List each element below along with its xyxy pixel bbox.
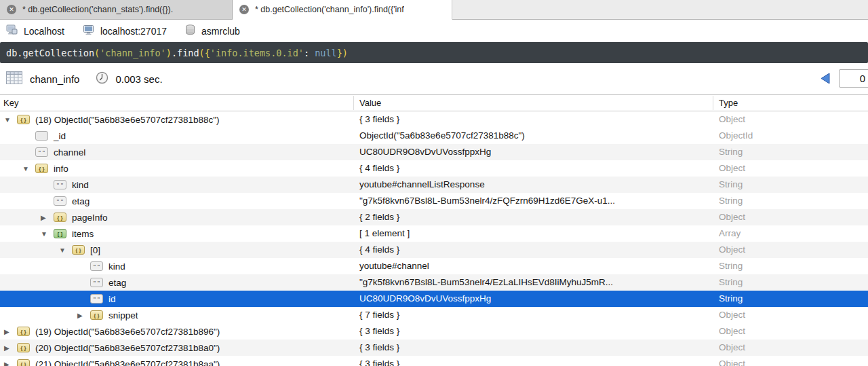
query-token: 'chann_info' xyxy=(100,48,166,58)
database-icon xyxy=(185,24,201,37)
tab-chann-info[interactable]: ✕ * db.getCollection('chann_info').find(… xyxy=(233,0,452,20)
table-row[interactable]: ▼{ }[0]{ 4 fields }Object xyxy=(0,242,868,258)
column-type[interactable]: Type xyxy=(719,98,738,108)
column-divider[interactable] xyxy=(353,96,354,110)
close-icon[interactable]: ✕ xyxy=(239,5,249,14)
row-type: String xyxy=(719,274,743,291)
expand-down-icon[interactable]: ▼ xyxy=(41,230,54,238)
row-value: [ 1 element ] xyxy=(359,225,712,242)
row-key: kind xyxy=(72,180,89,190)
string-icon: " " xyxy=(90,261,103,271)
row-key: pageInfo xyxy=(72,213,108,223)
row-key: channel xyxy=(54,147,85,158)
string-icon: " " xyxy=(90,294,103,304)
tab-label: * db.getCollection('chann_info').find({'… xyxy=(255,5,404,14)
table-row[interactable]: ▼[ ]items[ 1 element ]Array xyxy=(0,225,868,242)
page-back-icon[interactable] xyxy=(821,73,830,87)
breadcrumb-database[interactable]: asmrclub xyxy=(185,24,240,37)
object-icon: { } xyxy=(17,115,30,124)
breadcrumb-connection-label: Localhost xyxy=(24,26,64,37)
row-type: Object xyxy=(719,209,745,225)
query-token: }) xyxy=(337,48,348,58)
table-row[interactable]: " "etag"g7k5f8kvn67Bsl8L-Bum53nelr4/zFQF… xyxy=(0,193,868,209)
table-row[interactable]: " "channelUC80UDR9O8vDvUVossfppxHgString xyxy=(0,144,868,160)
clock-icon xyxy=(96,71,108,87)
row-type: String xyxy=(719,291,743,307)
table-row[interactable]: " "etag"g7k5f8kvn67Bsl8L-Bum53nelr4/EzLa… xyxy=(0,274,868,291)
row-value: UC80UDR9O8vDvUVossfppxHg xyxy=(359,291,712,307)
row-value: ObjectId("5a6b83e6e5707cf27381b88c") xyxy=(359,128,712,144)
expand-right-icon[interactable]: ▶ xyxy=(4,344,17,352)
row-key: (19) ObjectId("5a6b83e6e5707cf27381b896"… xyxy=(35,327,220,337)
table-row[interactable]: _idObjectId("5a6b83e6e5707cf27381b88c")O… xyxy=(0,128,868,144)
row-key: id xyxy=(108,294,116,304)
expand-down-icon[interactable]: ▼ xyxy=(22,165,35,172)
array-icon: [ ] xyxy=(54,229,66,238)
tab-bar-empty-space xyxy=(452,0,868,20)
breadcrumb-connection[interactable]: Localhost xyxy=(6,24,64,37)
row-key: _id xyxy=(54,131,66,141)
breadcrumb-database-label: asmrclub xyxy=(201,26,240,37)
table-row[interactable]: ▶{ }snippet{ 7 fields }Object xyxy=(0,307,868,323)
row-value: { 3 fields } xyxy=(359,111,712,128)
close-icon[interactable]: ✕ xyxy=(7,5,16,14)
row-key: etag xyxy=(72,196,90,206)
objectid-icon xyxy=(35,131,48,141)
table-column-header: Key Value Type xyxy=(0,94,868,111)
query-editor[interactable]: db.getCollection('chann_info').find({'in… xyxy=(0,42,868,63)
table-row[interactable]: ▶{ }(20) ObjectId("5a6b83e6e5707cf27381b… xyxy=(0,340,868,356)
expand-right-icon[interactable]: ▶ xyxy=(4,361,17,366)
row-type: Object xyxy=(719,160,745,177)
string-icon: " " xyxy=(90,278,103,287)
expand-right-icon[interactable]: ▶ xyxy=(41,214,54,221)
row-key: info xyxy=(54,164,68,174)
row-key: (18) ObjectId("5a6b83e6e5707cf27381b88c"… xyxy=(35,115,220,125)
table-row[interactable]: " "kindyoutube#channelString xyxy=(0,258,868,274)
string-icon: " " xyxy=(54,196,66,206)
row-value: { 7 fields } xyxy=(359,307,712,323)
table-row[interactable]: ▶{ }(21) ObjectId("5a6b83e6e5707cf27381b… xyxy=(0,356,868,366)
column-divider[interactable] xyxy=(713,96,713,110)
tab-label: * db.getCollection('chann_stats').find({… xyxy=(22,5,173,14)
table-row[interactable]: ▼{ }info{ 4 fields }Object xyxy=(0,160,868,177)
row-type: Object xyxy=(719,111,745,128)
column-key[interactable]: Key xyxy=(3,98,18,108)
row-key: snippet xyxy=(108,310,138,321)
expand-right-icon[interactable]: ▶ xyxy=(77,312,90,319)
object-icon: { } xyxy=(35,164,48,173)
column-value[interactable]: Value xyxy=(359,98,381,108)
connection-icon xyxy=(6,24,24,37)
table-row[interactable]: " "kindyoutube#channelListResponseString xyxy=(0,177,868,193)
row-type: Object xyxy=(719,356,745,366)
breadcrumb: Localhost localhost:27017 asmrclub xyxy=(0,20,868,42)
skip-count-input[interactable] xyxy=(839,69,868,88)
expand-right-icon[interactable]: ▶ xyxy=(4,328,17,335)
expand-down-icon[interactable]: ▼ xyxy=(4,116,17,124)
table-row[interactable]: ▼{ }(18) ObjectId("5a6b83e6e5707cf27381b… xyxy=(0,111,868,128)
query-token: ({ xyxy=(199,48,210,58)
tab-chann-stats[interactable]: ✕ * db.getCollection('chann_stats').find… xyxy=(0,0,233,20)
row-key: etag xyxy=(108,278,126,288)
object-icon: { } xyxy=(54,213,66,222)
collection-table-icon xyxy=(6,71,22,87)
query-token: : xyxy=(304,48,315,58)
table-row[interactable]: ▶{ }(19) ObjectId("5a6b83e6e5707cf27381b… xyxy=(0,323,868,340)
breadcrumb-server-label: localhost:27017 xyxy=(100,26,167,37)
query-token: null xyxy=(315,48,337,58)
query-time: 0.003 sec. xyxy=(115,73,162,85)
row-type: String xyxy=(719,258,743,274)
object-icon: { } xyxy=(90,310,103,320)
table-row[interactable]: ▶{ }pageInfo{ 2 fields }Object xyxy=(0,209,868,225)
expand-down-icon[interactable]: ▼ xyxy=(59,246,72,254)
row-type: String xyxy=(719,177,743,193)
row-value: youtube#channel xyxy=(359,258,712,274)
query-token: db.getCollection xyxy=(6,48,94,58)
object-icon: { } xyxy=(17,359,30,366)
row-key: items xyxy=(72,229,94,239)
row-value: "g7k5f8kvn67Bsl8L-Bum53nelr4/zFQFzrn69H1… xyxy=(359,193,712,209)
query-token: ) xyxy=(166,48,172,58)
table-row[interactable]: " "idUC80UDR9O8vDvUVossfppxHgString xyxy=(0,291,868,307)
breadcrumb-server[interactable]: localhost:27017 xyxy=(83,24,167,37)
row-type: String xyxy=(719,193,743,209)
result-tree: ▼{ }(18) ObjectId("5a6b83e6e5707cf27381b… xyxy=(0,111,868,366)
